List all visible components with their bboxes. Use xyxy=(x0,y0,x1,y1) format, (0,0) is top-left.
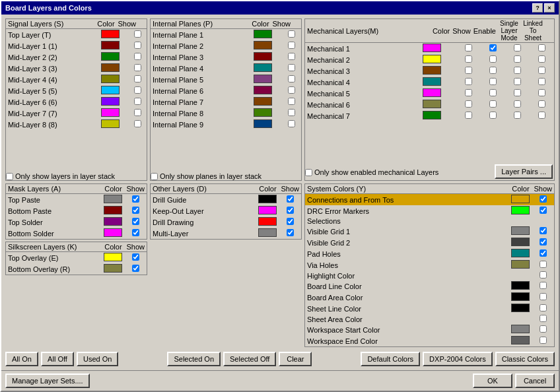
mech-name[interactable]: Mechanical 2 xyxy=(305,54,407,65)
plane-color-cell[interactable] xyxy=(244,29,282,40)
mech-show-cell[interactable] xyxy=(456,43,481,54)
mech-color-cell[interactable] xyxy=(407,43,456,54)
mask-name[interactable]: Bottom Paste xyxy=(6,205,102,216)
system-show-cell[interactable] xyxy=(532,237,554,248)
system-color-cell[interactable] xyxy=(509,303,532,314)
silk-color-cell[interactable] xyxy=(102,252,124,264)
mech-color-cell[interactable] xyxy=(407,65,456,77)
mech-enable-cell[interactable] xyxy=(481,54,505,65)
layer-show-cell[interactable] xyxy=(128,29,147,40)
plane-color-cell[interactable] xyxy=(244,108,282,119)
plane-name[interactable]: Internal Plane 1 xyxy=(151,29,244,40)
mech-name[interactable]: Mechanical 7 xyxy=(305,110,407,121)
layer-name[interactable]: Mid-Layer 4 (4) xyxy=(6,74,92,85)
system-color-cell[interactable] xyxy=(509,314,532,324)
system-color-cell[interactable] xyxy=(509,205,532,216)
system-show-cell[interactable] xyxy=(532,205,554,216)
mech-linked-cell[interactable] xyxy=(530,99,554,110)
all-off-button[interactable]: All Off xyxy=(41,352,74,366)
other-color-cell[interactable] xyxy=(256,194,279,206)
plane-name[interactable]: Internal Plane 9 xyxy=(151,119,244,130)
silk-name[interactable]: Top Overlay (E) xyxy=(6,252,102,264)
layer-color-cell[interactable] xyxy=(92,96,128,108)
signal-layers-scroll[interactable]: Top Layer (T)Mid-Layer 1 (1)Mid-Layer 2 … xyxy=(6,29,147,171)
layer-color-cell[interactable] xyxy=(92,63,128,74)
mech-single-cell[interactable] xyxy=(505,54,530,65)
mech-show-cell[interactable] xyxy=(456,110,481,121)
mech-color-cell[interactable] xyxy=(407,110,456,121)
system-show-cell[interactable] xyxy=(532,271,554,280)
other-name[interactable]: Drill Drawing xyxy=(151,216,256,228)
mech-single-cell[interactable] xyxy=(505,77,530,88)
plane-show-cell[interactable] xyxy=(282,40,301,51)
layer-name[interactable]: Mid-Layer 2 (2) xyxy=(6,51,92,63)
system-show-cell[interactable] xyxy=(532,216,554,226)
system-show-cell[interactable] xyxy=(532,248,554,259)
mech-enable-cell[interactable] xyxy=(481,43,505,54)
mask-show-cell[interactable] xyxy=(124,228,147,239)
other-color-cell[interactable] xyxy=(256,216,279,228)
system-name[interactable]: Board Area Color xyxy=(305,292,509,303)
layer-name[interactable]: Mid-Layer 5 (5) xyxy=(6,85,92,96)
layer-color-cell[interactable] xyxy=(92,29,128,40)
plane-name[interactable]: Internal Plane 4 xyxy=(151,63,244,74)
mech-name[interactable]: Mechanical 6 xyxy=(305,99,407,110)
classic-colors-button[interactable]: Classic Colors xyxy=(495,352,555,366)
layer-name[interactable]: Mid-Layer 7 (7) xyxy=(6,108,92,119)
mech-show-cell[interactable] xyxy=(456,99,481,110)
mask-color-cell[interactable] xyxy=(102,194,124,206)
plane-name[interactable]: Internal Plane 5 xyxy=(151,74,244,85)
layer-show-cell[interactable] xyxy=(128,40,147,51)
other-show-cell[interactable] xyxy=(279,205,301,216)
layer-show-cell[interactable] xyxy=(128,63,147,74)
system-show-cell[interactable] xyxy=(532,324,554,335)
plane-name[interactable]: Internal Plane 7 xyxy=(151,96,244,108)
selected-off-button[interactable]: Selected Off xyxy=(223,352,276,366)
other-show-cell[interactable] xyxy=(279,194,301,206)
system-name[interactable]: Sheet Area Color xyxy=(305,314,509,324)
close-button[interactable]: × xyxy=(544,3,555,13)
mech-single-cell[interactable] xyxy=(505,88,530,99)
help-button[interactable]: ? xyxy=(532,3,543,13)
layer-color-cell[interactable] xyxy=(92,119,128,130)
system-show-cell[interactable] xyxy=(532,303,554,314)
plane-show-cell[interactable] xyxy=(282,29,301,40)
layer-name[interactable]: Mid-Layer 1 (1) xyxy=(6,40,92,51)
mech-linked-cell[interactable] xyxy=(530,43,554,54)
plane-color-cell[interactable] xyxy=(244,51,282,63)
other-color-cell[interactable] xyxy=(256,205,279,216)
plane-name[interactable]: Internal Plane 8 xyxy=(151,108,244,119)
system-show-cell[interactable] xyxy=(532,226,554,237)
plane-color-cell[interactable] xyxy=(244,96,282,108)
dxp-colors-button[interactable]: DXP-2004 Colors xyxy=(423,352,493,366)
system-name[interactable]: DRC Error Markers xyxy=(305,205,509,216)
cancel-button[interactable]: Cancel xyxy=(515,374,555,388)
system-show-cell[interactable] xyxy=(532,314,554,324)
system-color-cell[interactable] xyxy=(509,237,532,248)
plane-color-cell[interactable] xyxy=(244,40,282,51)
silk-show-cell[interactable] xyxy=(124,252,147,264)
mech-single-cell[interactable] xyxy=(505,43,530,54)
system-color-cell[interactable] xyxy=(509,248,532,259)
plane-show-cell[interactable] xyxy=(282,51,301,63)
mech-linked-cell[interactable] xyxy=(530,88,554,99)
system-color-cell[interactable] xyxy=(509,324,532,335)
system-name[interactable]: Visible Grid 2 xyxy=(305,237,509,248)
plane-name[interactable]: Internal Plane 2 xyxy=(151,40,244,51)
mech-show-cell[interactable] xyxy=(456,77,481,88)
mask-color-cell[interactable] xyxy=(102,216,124,228)
mask-color-cell[interactable] xyxy=(102,205,124,216)
other-name[interactable]: Multi-Layer xyxy=(151,228,256,239)
system-name[interactable]: Visible Grid 1 xyxy=(305,226,509,237)
plane-show-cell[interactable] xyxy=(282,85,301,96)
system-name[interactable]: Sheet Line Color xyxy=(305,303,509,314)
selected-on-button[interactable]: Selected On xyxy=(167,352,221,366)
mech-color-cell[interactable] xyxy=(407,54,456,65)
mech-enable-cell[interactable] xyxy=(481,110,505,121)
ok-button[interactable]: OK xyxy=(473,374,512,388)
layer-show-cell[interactable] xyxy=(128,108,147,119)
internal-only-show-checkbox[interactable] xyxy=(151,173,158,180)
layer-show-cell[interactable] xyxy=(128,96,147,108)
system-show-cell[interactable] xyxy=(532,292,554,303)
layer-show-cell[interactable] xyxy=(128,119,147,130)
